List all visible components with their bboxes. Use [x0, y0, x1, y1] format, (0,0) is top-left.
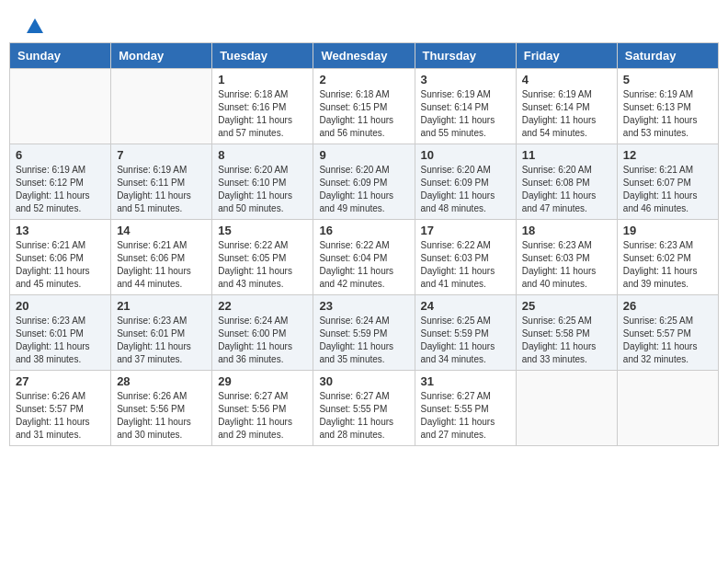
day-number: 13: [16, 224, 105, 237]
calendar-cell: 1Sunrise: 6:18 AM Sunset: 6:16 PM Daylig…: [212, 69, 313, 144]
day-number: 24: [421, 299, 510, 313]
day-info: Sunrise: 6:27 AM Sunset: 5:55 PM Dayligh…: [421, 390, 510, 442]
calendar-cell: 10Sunrise: 6:20 AM Sunset: 6:09 PM Dayli…: [415, 144, 516, 220]
day-number: 19: [623, 224, 712, 237]
weekday-header: Friday: [516, 43, 617, 69]
day-info: Sunrise: 6:24 AM Sunset: 6:00 PM Dayligh…: [218, 315, 307, 366]
calendar-cell: 8Sunrise: 6:20 AM Sunset: 6:10 PM Daylig…: [212, 144, 313, 220]
calendar-week-row: 1Sunrise: 6:18 AM Sunset: 6:16 PM Daylig…: [10, 69, 719, 144]
calendar-cell: 20Sunrise: 6:23 AM Sunset: 6:01 PM Dayli…: [10, 295, 111, 371]
calendar-header-row: SundayMondayTuesdayWednesdayThursdayFrid…: [10, 43, 719, 69]
day-number: 29: [218, 374, 307, 388]
calendar-cell: [516, 371, 617, 446]
calendar-cell: 27Sunrise: 6:26 AM Sunset: 5:57 PM Dayli…: [10, 371, 111, 446]
day-number: 18: [522, 224, 611, 237]
day-number: 9: [319, 148, 408, 162]
weekday-header: Sunday: [10, 43, 111, 69]
day-info: Sunrise: 6:18 AM Sunset: 6:15 PM Dayligh…: [319, 88, 408, 140]
calendar-cell: 25Sunrise: 6:25 AM Sunset: 5:58 PM Dayli…: [516, 295, 617, 371]
calendar-cell: 2Sunrise: 6:18 AM Sunset: 6:15 PM Daylig…: [313, 69, 415, 144]
calendar-cell: 6Sunrise: 6:19 AM Sunset: 6:12 PM Daylig…: [10, 144, 111, 220]
day-info: Sunrise: 6:21 AM Sunset: 6:07 PM Dayligh…: [623, 164, 712, 215]
day-number: 6: [16, 148, 105, 162]
calendar-table: SundayMondayTuesdayWednesdayThursdayFrid…: [9, 42, 719, 446]
calendar-cell: 3Sunrise: 6:19 AM Sunset: 6:14 PM Daylig…: [415, 69, 516, 144]
day-number: 30: [319, 374, 408, 388]
calendar-cell: 4Sunrise: 6:19 AM Sunset: 6:14 PM Daylig…: [516, 69, 617, 144]
logo-icon: [25, 17, 45, 37]
day-info: Sunrise: 6:22 AM Sunset: 6:03 PM Dayligh…: [421, 239, 510, 291]
calendar-cell: 24Sunrise: 6:25 AM Sunset: 5:59 PM Dayli…: [415, 295, 516, 371]
calendar-cell: 9Sunrise: 6:20 AM Sunset: 6:09 PM Daylig…: [313, 144, 415, 220]
day-number: 4: [522, 73, 611, 86]
day-number: 12: [623, 148, 712, 162]
calendar-cell: [10, 69, 111, 144]
day-number: 14: [117, 224, 206, 237]
calendar-cell: 26Sunrise: 6:25 AM Sunset: 5:57 PM Dayli…: [617, 295, 718, 371]
weekday-header: Tuesday: [212, 43, 313, 69]
day-number: 1: [218, 73, 307, 86]
day-info: Sunrise: 6:20 AM Sunset: 6:08 PM Dayligh…: [522, 164, 611, 215]
day-info: Sunrise: 6:26 AM Sunset: 5:56 PM Dayligh…: [117, 390, 206, 442]
day-number: 21: [117, 299, 206, 313]
weekday-header: Thursday: [415, 43, 516, 69]
calendar-cell: 19Sunrise: 6:23 AM Sunset: 6:02 PM Dayli…: [617, 220, 718, 295]
day-number: 28: [117, 374, 206, 388]
day-info: Sunrise: 6:25 AM Sunset: 5:58 PM Dayligh…: [522, 315, 611, 366]
day-info: Sunrise: 6:22 AM Sunset: 6:05 PM Dayligh…: [218, 239, 307, 291]
weekday-header: Monday: [111, 43, 212, 69]
calendar-cell: 22Sunrise: 6:24 AM Sunset: 6:00 PM Dayli…: [212, 295, 313, 371]
day-info: Sunrise: 6:21 AM Sunset: 6:06 PM Dayligh…: [16, 239, 105, 291]
calendar-week-row: 13Sunrise: 6:21 AM Sunset: 6:06 PM Dayli…: [10, 220, 719, 295]
calendar-cell: 30Sunrise: 6:27 AM Sunset: 5:55 PM Dayli…: [313, 371, 415, 446]
day-info: Sunrise: 6:19 AM Sunset: 6:12 PM Dayligh…: [16, 164, 105, 215]
day-number: 23: [319, 299, 408, 313]
day-number: 5: [623, 73, 712, 86]
day-info: Sunrise: 6:27 AM Sunset: 5:56 PM Dayligh…: [218, 390, 307, 442]
day-info: Sunrise: 6:23 AM Sunset: 6:01 PM Dayligh…: [117, 315, 206, 366]
day-number: 25: [522, 299, 611, 313]
calendar-cell: 28Sunrise: 6:26 AM Sunset: 5:56 PM Dayli…: [111, 371, 212, 446]
day-info: Sunrise: 6:25 AM Sunset: 5:59 PM Dayligh…: [421, 315, 510, 366]
calendar-cell: 17Sunrise: 6:22 AM Sunset: 6:03 PM Dayli…: [415, 220, 516, 295]
day-info: Sunrise: 6:19 AM Sunset: 6:13 PM Dayligh…: [623, 88, 712, 140]
day-info: Sunrise: 6:27 AM Sunset: 5:55 PM Dayligh…: [319, 390, 408, 442]
day-info: Sunrise: 6:18 AM Sunset: 6:16 PM Dayligh…: [218, 88, 307, 140]
day-number: 3: [421, 73, 510, 86]
day-info: Sunrise: 6:25 AM Sunset: 5:57 PM Dayligh…: [623, 315, 712, 366]
calendar-cell: [617, 371, 718, 446]
calendar-cell: 7Sunrise: 6:19 AM Sunset: 6:11 PM Daylig…: [111, 144, 212, 220]
calendar-cell: 15Sunrise: 6:22 AM Sunset: 6:05 PM Dayli…: [212, 220, 313, 295]
day-info: Sunrise: 6:23 AM Sunset: 6:02 PM Dayligh…: [623, 239, 712, 291]
day-info: Sunrise: 6:20 AM Sunset: 6:09 PM Dayligh…: [421, 164, 510, 215]
page-header: [9, 9, 719, 38]
day-info: Sunrise: 6:20 AM Sunset: 6:10 PM Dayligh…: [218, 164, 307, 215]
day-number: 15: [218, 224, 307, 237]
day-number: 11: [522, 148, 611, 162]
day-number: 27: [16, 374, 105, 388]
day-info: Sunrise: 6:20 AM Sunset: 6:09 PM Dayligh…: [319, 164, 408, 215]
calendar-cell: 23Sunrise: 6:24 AM Sunset: 5:59 PM Dayli…: [313, 295, 415, 371]
day-number: 16: [319, 224, 408, 237]
day-info: Sunrise: 6:26 AM Sunset: 5:57 PM Dayligh…: [16, 390, 105, 442]
day-number: 17: [421, 224, 510, 237]
day-info: Sunrise: 6:21 AM Sunset: 6:06 PM Dayligh…: [117, 239, 206, 291]
calendar-cell: 14Sunrise: 6:21 AM Sunset: 6:06 PM Dayli…: [111, 220, 212, 295]
calendar-week-row: 27Sunrise: 6:26 AM Sunset: 5:57 PM Dayli…: [10, 371, 719, 446]
day-info: Sunrise: 6:22 AM Sunset: 6:04 PM Dayligh…: [319, 239, 408, 291]
day-number: 7: [117, 148, 206, 162]
calendar-cell: 21Sunrise: 6:23 AM Sunset: 6:01 PM Dayli…: [111, 295, 212, 371]
calendar-cell: 11Sunrise: 6:20 AM Sunset: 6:08 PM Dayli…: [516, 144, 617, 220]
calendar-cell: 5Sunrise: 6:19 AM Sunset: 6:13 PM Daylig…: [617, 69, 718, 144]
day-number: 26: [623, 299, 712, 313]
calendar-cell: 18Sunrise: 6:23 AM Sunset: 6:03 PM Dayli…: [516, 220, 617, 295]
day-info: Sunrise: 6:19 AM Sunset: 6:14 PM Dayligh…: [421, 88, 510, 140]
calendar-cell: [111, 69, 212, 144]
svg-marker-0: [27, 18, 43, 33]
day-info: Sunrise: 6:24 AM Sunset: 5:59 PM Dayligh…: [319, 315, 408, 366]
day-number: 31: [421, 374, 510, 388]
weekday-header: Wednesday: [313, 43, 415, 69]
logo: [23, 18, 45, 33]
calendar-cell: 16Sunrise: 6:22 AM Sunset: 6:04 PM Dayli…: [313, 220, 415, 295]
calendar-cell: 29Sunrise: 6:27 AM Sunset: 5:56 PM Dayli…: [212, 371, 313, 446]
